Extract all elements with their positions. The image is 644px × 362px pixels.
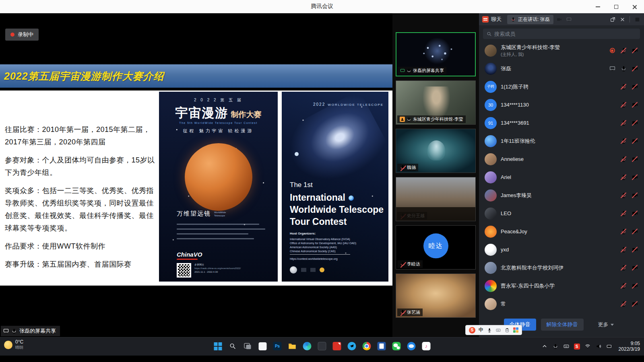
tray-overflow-button[interactable] [541, 343, 548, 350]
tray-mic-button[interactable] [552, 343, 559, 350]
chrome-app[interactable] [361, 341, 372, 352]
chat-icon[interactable] [482, 16, 489, 23]
mic-off-icon[interactable] [620, 228, 627, 235]
edge-app[interactable] [302, 341, 313, 352]
member-row[interactable]: Peace&Joy [479, 222, 644, 241]
mic-off-icon[interactable] [620, 246, 627, 253]
keyboard-icon[interactable] [495, 327, 501, 333]
mic-off-icon[interactable] [620, 101, 627, 109]
member-list[interactable]: 东城区青少年科技馆-李莹 (主持人, 我) 张磊 子聘 1(12)陈子聘 [479, 41, 644, 313]
clock[interactable]: 9:05 2022/3/19 [619, 341, 640, 352]
maximize-button[interactable] [607, 0, 625, 13]
tab-chat[interactable]: 聊天 [491, 16, 502, 23]
minimize-button[interactable] [588, 0, 607, 13]
member-row[interactable]: LEO [479, 204, 644, 222]
sogou-logo-icon[interactable] [469, 327, 475, 333]
camera-off-icon[interactable] [631, 246, 638, 253]
camera-off-icon[interactable] [631, 155, 638, 163]
video-tile[interactable]: 史分王越 [396, 177, 476, 221]
member-row[interactable]: Ariel [479, 168, 644, 186]
camera-off-icon[interactable] [631, 83, 638, 90]
file-explorer-app[interactable] [287, 341, 298, 352]
toolbox-icon[interactable] [513, 327, 518, 333]
popout-panel-icon[interactable] [609, 16, 616, 23]
pdf-app[interactable] [332, 341, 343, 352]
telegram-app[interactable] [347, 341, 357, 352]
sogou-input-toolbar[interactable]: 中 [465, 325, 522, 335]
mic-off-icon[interactable] [620, 47, 627, 54]
member-row[interactable]: 91 134****3691 [479, 114, 644, 132]
video-tile[interactable]: 张艺涵 [396, 274, 476, 318]
mic-icon[interactable] [620, 65, 627, 72]
notepad-app[interactable] [257, 341, 268, 352]
member-row[interactable]: 东城区青少年科技馆-李莹 (主持人, 我) [479, 41, 644, 60]
weather-widget[interactable]: 0°C 晴朗 [4, 339, 23, 350]
member-row[interactable]: 子聘 1(12)陈子聘 [479, 78, 644, 96]
camera-off-icon[interactable] [631, 47, 638, 54]
member-row[interactable]: 30 134****1130 [479, 96, 644, 114]
close-button[interactable] [625, 0, 644, 13]
member-row[interactable]: 张磊 [479, 60, 644, 78]
battery-button[interactable] [606, 343, 613, 350]
wechat-app[interactable] [391, 341, 402, 352]
network-button[interactable] [584, 343, 591, 350]
member-row[interactable]: yxd [479, 241, 644, 259]
mic-icon[interactable] [487, 327, 492, 333]
camera-off-icon[interactable] [631, 264, 638, 272]
close-panel-icon[interactable] [619, 16, 626, 23]
search-input[interactable] [494, 31, 636, 37]
camera-off-icon[interactable] [631, 300, 638, 308]
mic-off-icon[interactable] [620, 191, 627, 199]
mic-off-icon[interactable] [620, 210, 627, 217]
taskbar-search-button[interactable] [227, 341, 238, 352]
docs-app[interactable] [376, 341, 387, 352]
member-row[interactable]: 1年11班张翰伦 [479, 132, 644, 150]
mic-off-icon[interactable] [620, 83, 627, 90]
camera-off-icon[interactable] [631, 228, 638, 235]
search-area [479, 25, 644, 42]
mic-off-icon[interactable] [620, 264, 627, 272]
photoshop-app[interactable] [272, 341, 283, 352]
video-tile[interactable]: 魏德 [396, 129, 476, 173]
unmute-all-button[interactable]: 解除全体静音 [541, 319, 584, 331]
terminal-app[interactable] [317, 341, 328, 352]
clipboard-icon[interactable] [504, 327, 510, 333]
member-row[interactable]: 北京教科院丰台学校刘珂伊 [479, 259, 644, 277]
volume-button[interactable] [595, 343, 602, 350]
mic-off-icon[interactable] [620, 300, 627, 308]
touch-keyboard-button[interactable] [563, 343, 570, 350]
video-tile[interactable]: 睦达 李睦达 [396, 225, 476, 269]
music-app[interactable] [421, 341, 432, 352]
video-tile-screen-share[interactable]: 张磊的屏幕共享 [396, 32, 476, 76]
taskbar: 0°C 晴朗 [0, 337, 644, 356]
notepad-icon [258, 342, 266, 350]
camera-off-icon[interactable] [631, 119, 638, 127]
camera-off-icon[interactable] [631, 137, 638, 145]
member-row[interactable]: 常 [479, 295, 644, 313]
video-tile[interactable]: 东城区青少年科技馆-李莹 [396, 80, 476, 125]
mic-off-icon[interactable] [620, 155, 627, 163]
mic-off-icon[interactable] [620, 282, 627, 290]
browser-app[interactable] [406, 341, 417, 352]
input-mode-indicator[interactable]: 中 [479, 327, 483, 333]
member-row[interactable]: James李臻昊 [479, 186, 644, 204]
camera-off-icon[interactable] [631, 282, 638, 290]
start-button[interactable] [213, 341, 223, 352]
mic-off-icon[interactable] [620, 119, 627, 127]
member-row[interactable]: Anneliese [479, 150, 644, 168]
mic-off-icon[interactable] [620, 173, 627, 181]
member-row[interactable]: 曹永军-东四十四条小学 [479, 277, 644, 295]
camera-off-icon[interactable] [631, 173, 638, 181]
task-view-button[interactable] [242, 341, 253, 352]
camera-off-icon[interactable] [631, 210, 638, 217]
mic-off-icon[interactable] [620, 137, 627, 145]
pdf-icon [333, 342, 341, 350]
camera-off-icon[interactable] [631, 191, 638, 199]
sogou-tray-icon[interactable] [574, 343, 580, 350]
camera-off-icon[interactable] [631, 101, 638, 109]
more-button[interactable]: 更多 [592, 319, 619, 331]
recording-indicator[interactable]: 录制中 [5, 29, 39, 41]
camera-off-icon[interactable] [631, 65, 638, 72]
search-box[interactable] [483, 29, 640, 39]
menu-icon[interactable] [634, 16, 641, 23]
